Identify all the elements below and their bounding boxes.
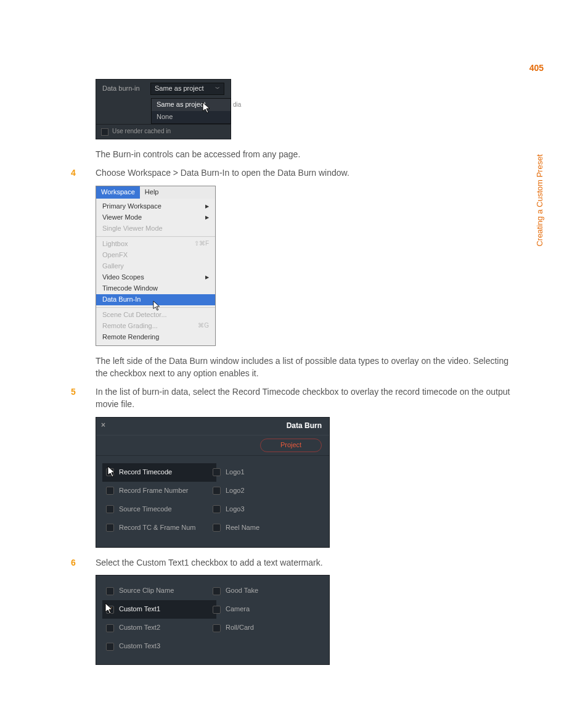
menu-item-label: Video Scopes xyxy=(102,273,144,283)
window-titlebar: × Data Burn xyxy=(96,418,329,435)
workspace-menu-list: Primary Workspace▶Viewer Mode▶Single Vie… xyxy=(96,199,215,345)
checkbox[interactable] xyxy=(213,487,221,495)
submenu-arrow-icon: ▶ xyxy=(205,214,209,221)
menu-item: Remote Grading...⌘G xyxy=(96,321,215,332)
burnin-option[interactable]: Logo1 xyxy=(213,463,319,482)
menu-item[interactable]: Primary Workspace▶ xyxy=(96,201,215,212)
burnin-option[interactable]: Reel Name xyxy=(213,519,319,537)
menu-item: Lightbox⇧⌘F xyxy=(96,239,215,250)
checkbox[interactable] xyxy=(213,468,221,476)
burnin-option[interactable] xyxy=(213,637,319,656)
step-text: In the list of burn-in data, select the … xyxy=(96,387,510,409)
checkbox[interactable] xyxy=(213,606,221,614)
figure-workspace-menu: Workspace Help Primary Workspace▶Viewer … xyxy=(96,186,216,346)
menu-item-label: Gallery xyxy=(102,262,124,271)
figure-databurn-window: × Data Burn Project ✓Record TimecodeLogo… xyxy=(96,417,330,548)
menu-workspace[interactable]: Workspace xyxy=(96,186,140,199)
step-number: 6 xyxy=(71,556,76,569)
option-label: Roll/Card xyxy=(226,623,254,633)
render-cache-row: Use render cached in xyxy=(96,124,231,139)
page-number: 405 xyxy=(529,62,544,74)
option-label: Record TC & Frame Num xyxy=(119,523,196,533)
option-label: Record Frame Number xyxy=(119,486,188,496)
option-label: Logo3 xyxy=(226,505,245,514)
burnin-option[interactable]: Source Clip Name xyxy=(106,582,213,600)
option-label: Reel Name xyxy=(226,523,259,533)
checkbox-label: Use render cached in xyxy=(112,127,171,136)
menu-item[interactable]: Remote Rendering xyxy=(96,332,215,343)
option-label: Custom Text1 xyxy=(119,604,160,614)
checkbox[interactable]: ✓ xyxy=(106,468,114,476)
burnin-option[interactable]: Record TC & Frame Num xyxy=(106,519,213,537)
figure-customtext-section: Source Clip NameGood Take✓Custom Text1Ca… xyxy=(96,575,330,665)
checkbox[interactable] xyxy=(106,587,114,595)
chevron-down-icon: ﹀ xyxy=(215,85,220,93)
menu-item: Gallery xyxy=(96,261,215,272)
step-number: 4 xyxy=(71,167,76,179)
checkbox[interactable] xyxy=(106,624,114,632)
menu-help[interactable]: Help xyxy=(140,186,164,199)
menu-item: Scene Cut Detector... xyxy=(96,310,215,321)
checkbox[interactable] xyxy=(101,128,108,136)
section-label: Creating a Custom Preset xyxy=(534,154,546,247)
submenu-arrow-icon: ▶ xyxy=(205,274,209,281)
burnin-option[interactable]: Custom Text2 xyxy=(106,619,213,637)
menu-item[interactable]: Data Burn-In xyxy=(96,294,215,305)
step-4: 4 Choose Workspace > Data Burn-In to ope… xyxy=(96,167,515,179)
field-label: Data burn-in xyxy=(102,84,145,94)
close-icon[interactable]: × xyxy=(101,421,105,429)
option-label: Good Take xyxy=(226,586,258,596)
menu-item-label: Scene Cut Detector... xyxy=(102,310,167,320)
menu-item-label: OpenFX xyxy=(102,250,128,260)
burnin-option[interactable]: ✓Custom Text1 xyxy=(102,600,216,619)
burnin-option[interactable]: Custom Text3 xyxy=(106,637,213,656)
checkbox[interactable] xyxy=(106,505,114,513)
databurnin-select[interactable]: Same as project ﹀ xyxy=(150,83,224,95)
step-6: 6 Select the Custom Text1 checkbox to ad… xyxy=(96,556,515,569)
burnin-option[interactable]: Good Take xyxy=(213,582,319,600)
select-value: Same as project xyxy=(155,84,203,94)
body-text: The left side of the Data Burn window in… xyxy=(96,355,515,380)
checkbox[interactable] xyxy=(213,524,221,532)
menu-item[interactable]: Timecode Window xyxy=(96,283,215,294)
menu-separator xyxy=(96,307,215,308)
burnin-option[interactable]: Roll/Card xyxy=(213,619,319,637)
menu-item-label: Viewer Mode xyxy=(102,213,142,223)
option-label: Source Clip Name xyxy=(119,586,174,596)
tab-project[interactable]: Project xyxy=(260,439,322,452)
burnin-option[interactable]: Record Frame Number xyxy=(106,482,213,500)
menubar: Workspace Help xyxy=(96,186,215,199)
checkbox[interactable] xyxy=(213,587,221,595)
dropdown-option[interactable]: Same as project xyxy=(152,99,231,111)
tab-row: Project xyxy=(96,435,329,456)
step-text: Select the Custom Text1 checkbox to add … xyxy=(96,558,323,567)
burnin-option[interactable]: Source Timecode xyxy=(106,500,213,519)
menu-separator xyxy=(96,236,215,237)
checkbox[interactable] xyxy=(106,643,114,651)
checkbox[interactable] xyxy=(213,624,221,632)
figure-dropdown-databurnin: Data burn-in Same as project ﹀ Same as p… xyxy=(96,79,231,139)
checkbox[interactable] xyxy=(106,524,114,532)
burnin-option[interactable]: Logo2 xyxy=(213,482,319,500)
menu-item[interactable]: Viewer Mode▶ xyxy=(96,212,215,223)
option-label: Logo1 xyxy=(226,468,245,477)
step-number: 5 xyxy=(71,386,76,398)
menu-item-label: Lightbox xyxy=(102,239,128,249)
burnin-option[interactable]: Logo3 xyxy=(213,500,319,519)
menu-item-label: Primary Workspace xyxy=(102,202,161,212)
dropdown-option[interactable]: None xyxy=(152,111,231,123)
submenu-arrow-icon: ▶ xyxy=(205,203,209,210)
menu-shortcut: ⇧⌘F xyxy=(194,239,209,249)
menu-item[interactable]: Video Scopes▶ xyxy=(96,272,215,283)
checkbox[interactable] xyxy=(106,487,114,495)
body-text: The Burn-in controls can be accessed fro… xyxy=(96,148,515,160)
menu-item-label: Timecode Window xyxy=(102,284,158,294)
menu-item-label: Remote Grading... xyxy=(102,321,158,331)
burnin-option[interactable]: ✓Record Timecode xyxy=(102,463,216,482)
menu-item-label: Data Burn-In xyxy=(102,295,141,305)
checkbox[interactable] xyxy=(213,505,221,513)
checkbox[interactable]: ✓ xyxy=(106,606,114,614)
menu-item-label: Single Viewer Mode xyxy=(102,224,163,234)
burnin-option[interactable]: Camera xyxy=(213,600,319,619)
menu-item: OpenFX xyxy=(96,250,215,261)
